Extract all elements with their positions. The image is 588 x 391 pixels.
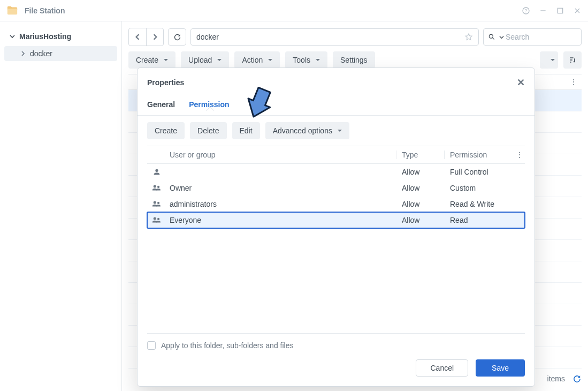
cancel-button[interactable]: Cancel [416, 359, 468, 377]
perm-edit-button[interactable]: Edit [232, 122, 260, 139]
dialog-close-button[interactable]: ✕ [517, 77, 525, 88]
tools-button[interactable]: Tools [285, 51, 327, 69]
favorite-icon[interactable] [464, 33, 473, 41]
perm-row-perm: Custom [445, 184, 514, 192]
svg-point-4 [489, 34, 493, 38]
perm-table-header: User or group Type Permission ⋮ [147, 146, 525, 164]
group-icon [147, 216, 166, 224]
perm-create-button[interactable]: Create [147, 122, 185, 139]
group-icon [147, 184, 166, 192]
title-bar: File Station ? [0, 0, 588, 21]
perm-row-name: Everyone [166, 216, 396, 224]
tree-root[interactable]: MariusHosting [4, 29, 117, 44]
checkbox-icon [147, 341, 156, 350]
perm-row-name: Owner [166, 184, 396, 192]
app-title: File Station [25, 6, 513, 15]
perm-delete-button[interactable]: Delete [190, 122, 226, 139]
search-placeholder: Search [506, 33, 529, 41]
refresh-icon[interactable] [572, 374, 582, 384]
tab-permission[interactable]: Permission [189, 93, 229, 115]
create-button[interactable]: Create [128, 51, 175, 69]
perm-advanced-button[interactable]: Advanced options [265, 122, 349, 139]
status-items: items [547, 374, 565, 383]
nav-buttons [128, 28, 164, 46]
group-icon [147, 200, 166, 208]
svg-rect-3 [558, 8, 562, 13]
save-button[interactable]: Save [476, 359, 525, 377]
perm-col-menu-icon[interactable]: ⋮ [514, 151, 525, 159]
perm-row-type: Allow [396, 200, 445, 208]
properties-dialog: Properties ✕ General Permission Create D… [137, 67, 535, 387]
perm-row[interactable]: OwnerAllowCustom [147, 180, 525, 196]
view-mode-button[interactable] [540, 51, 558, 69]
apply-recursive-checkbox[interactable]: Apply to this folder, sub-folders and fi… [147, 341, 525, 350]
column-menu-icon[interactable]: ⋮ [570, 78, 577, 86]
svg-rect-2 [540, 10, 545, 11]
refresh-button[interactable] [168, 28, 186, 46]
perm-row-type: Allow [396, 184, 445, 192]
tree-root-label: MariusHosting [19, 32, 71, 41]
chevron-down-icon [499, 35, 504, 40]
tree-child[interactable]: docker [4, 46, 117, 61]
close-icon[interactable] [573, 6, 582, 15]
search-icon [488, 33, 495, 41]
chevron-right-icon [20, 51, 26, 56]
perm-row-perm: Read & Write [445, 200, 514, 208]
col-type: Type [396, 151, 445, 159]
chevron-down-icon [10, 34, 15, 39]
nav-back-button[interactable] [129, 28, 146, 46]
upload-button[interactable]: Upload [181, 51, 229, 69]
col-user: User or group [166, 151, 396, 159]
perm-row[interactable]: EveryoneAllowRead [147, 212, 525, 228]
sort-button[interactable] [563, 51, 582, 69]
svg-text:?: ? [525, 8, 528, 13]
perm-row-perm: Read [445, 216, 514, 224]
perm-rows: AllowFull ControlOwnerAllowCustomadminis… [138, 164, 534, 333]
perm-row[interactable]: AllowFull Control [147, 164, 525, 180]
search-input[interactable]: Search [483, 28, 582, 46]
minimize-icon[interactable] [539, 6, 547, 15]
help-icon[interactable]: ? [522, 6, 530, 15]
apply-recursive-label: Apply to this folder, sub-folders and fi… [161, 341, 293, 350]
nav-forward-button[interactable] [146, 28, 163, 46]
dialog-title: Properties [147, 78, 184, 87]
maximize-icon[interactable] [556, 6, 564, 15]
perm-row-type: Allow [396, 216, 445, 224]
tree-child-label: docker [30, 49, 52, 58]
sidebar: MariusHosting docker [0, 21, 122, 391]
perm-row-perm: Full Control [445, 168, 514, 176]
app-folder-icon [6, 5, 18, 17]
action-button[interactable]: Action [234, 51, 280, 69]
tab-general[interactable]: General [147, 93, 175, 115]
perm-row-name: administrators [166, 200, 396, 208]
perm-row-type: Allow [396, 168, 445, 176]
address-bar[interactable]: docker [190, 28, 479, 46]
user-icon [147, 168, 166, 176]
address-path: docker [196, 33, 219, 41]
col-perm: Permission [445, 151, 514, 159]
perm-row[interactable]: administratorsAllowRead & Write [147, 196, 525, 212]
settings-button[interactable]: Settings [333, 51, 375, 69]
